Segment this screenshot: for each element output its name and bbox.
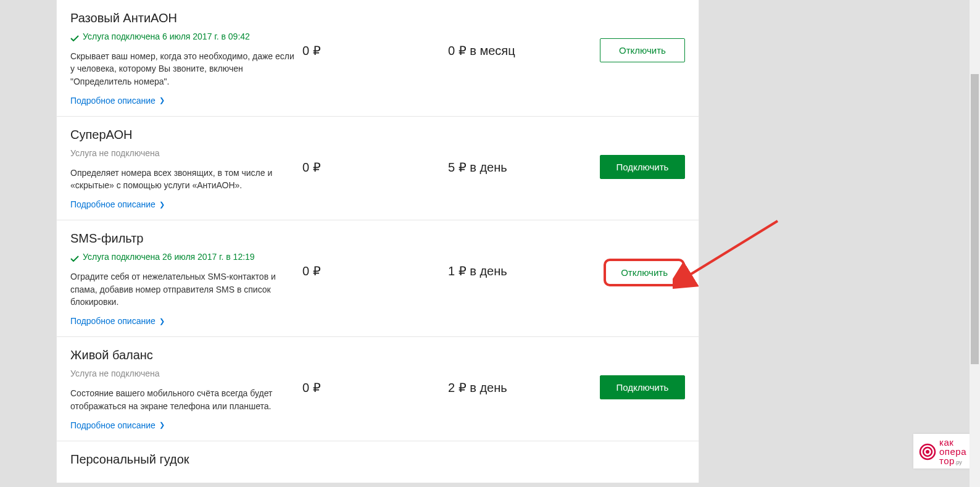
price-periodic: 5 ₽ в день [448, 128, 590, 175]
service-title: СуперАОН [70, 128, 299, 142]
price-periodic: 0 ₽ в месяц [448, 11, 590, 58]
service-description: Определяет номера всех звонящих, в том ч… [70, 167, 299, 192]
service-row: SMS-фильтр Услуга подключена 26 июля 201… [56, 220, 699, 337]
service-row: Персональный гудок [56, 441, 699, 483]
service-description: Состояние вашего мобильного счёта всегда… [70, 387, 299, 412]
scrollbar-track[interactable] [970, 0, 980, 487]
price-once: 0 ₽ [302, 128, 444, 175]
service-status-inactive: Услуга не подключена [70, 368, 299, 378]
price-once: 0 ₽ [302, 231, 444, 278]
chevron-right-icon: ❯ [159, 96, 165, 104]
details-link[interactable]: Подробное описание ❯ [70, 96, 165, 106]
price-once: 0 ₽ [302, 11, 444, 58]
disconnect-button[interactable]: Отключить [600, 38, 685, 62]
service-title: Разовый АнтиАОН [70, 11, 299, 25]
details-link-label: Подробное описание [70, 199, 156, 209]
price-periodic: 1 ₽ в день [448, 231, 590, 278]
price-once: 0 ₽ [302, 348, 444, 395]
service-description: Оградите себя от нежелательных SMS-конта… [70, 270, 299, 308]
services-panel: Разовый АнтиАОН Услуга подключена 6 июля… [56, 0, 699, 483]
status-text: Услуга подключена 26 июля 2017 г. в 12:1… [83, 252, 255, 262]
details-link[interactable]: Подробное описание ❯ [70, 420, 165, 430]
connect-button[interactable]: Подключить [600, 375, 685, 399]
service-row: Разовый АнтиАОН Услуга подключена 6 июля… [56, 0, 699, 117]
service-title: Живой баланс [70, 348, 299, 362]
service-status-active: Услуга подключена 6 июля 2017 г. в 09:42 [70, 31, 299, 41]
service-title: Персональный гудок [70, 452, 299, 467]
service-row: Живой баланс Услуга не подключена Состоя… [56, 337, 699, 441]
check-icon [70, 33, 79, 40]
service-row: СуперАОН Услуга не подключена Определяет… [56, 117, 699, 221]
status-text: Услуга подключена 6 июля 2017 г. в 09:42 [83, 31, 250, 41]
annotation-highlight-box: Отключить [604, 259, 685, 286]
service-description: Скрывает ваш номер, когда это необходимо… [70, 50, 299, 88]
scrollbar-thumb[interactable] [971, 74, 979, 364]
service-status-inactive: Услуга не подключена [70, 148, 299, 158]
service-status-active: Услуга подключена 26 июля 2017 г. в 12:1… [70, 252, 299, 262]
svg-point-3 [926, 450, 929, 454]
details-link-label: Подробное описание [70, 316, 156, 326]
chevron-right-icon: ❯ [159, 317, 165, 325]
details-link-label: Подробное описание [70, 96, 156, 106]
chevron-right-icon: ❯ [159, 421, 165, 429]
watermark-badge: как опера тор.ру [913, 434, 973, 468]
price-periodic: 2 ₽ в день [448, 348, 590, 395]
connect-button[interactable]: Подключить [600, 155, 685, 179]
service-title: SMS-фильтр [70, 231, 299, 246]
watermark-icon [918, 443, 937, 461]
disconnect-button[interactable]: Отключить [616, 265, 673, 280]
chevron-right-icon: ❯ [159, 201, 165, 209]
watermark-text: как опера тор.ру [939, 438, 966, 466]
details-link[interactable]: Подробное описание ❯ [70, 316, 165, 326]
details-link[interactable]: Подробное описание ❯ [70, 199, 165, 209]
details-link-label: Подробное описание [70, 420, 156, 430]
check-icon [70, 254, 79, 260]
